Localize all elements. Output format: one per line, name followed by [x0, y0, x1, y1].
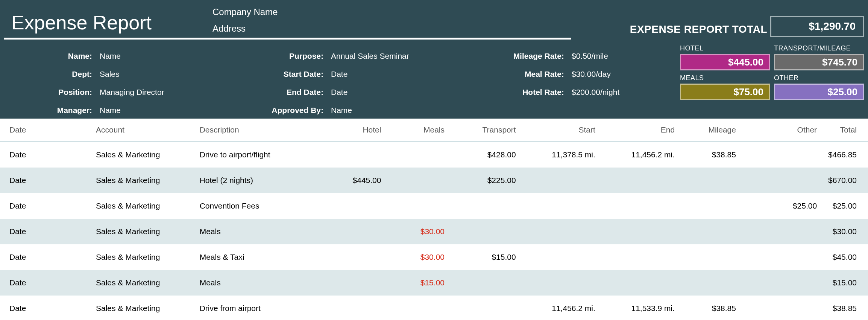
mileagerate-value: $0.50/mile: [572, 52, 684, 61]
col-account: Account: [90, 119, 194, 142]
cell-acct: Sales & Marketing: [90, 193, 194, 219]
summary-transport-value: $745.70: [774, 54, 864, 70]
cell-end: [601, 270, 680, 296]
cell-end: 11,456.2 mi.: [601, 142, 680, 168]
summary-meals: MEALS $75.00: [680, 74, 770, 100]
cell-desc: Meals: [194, 270, 320, 296]
cell-trans: [450, 270, 522, 296]
header-divider: [4, 38, 571, 40]
cell-meals: $30.00: [387, 244, 450, 270]
cell-end: [601, 219, 680, 244]
mealrate-value: $30.00/day: [572, 70, 684, 79]
summary-hotel-value: $445.00: [680, 54, 770, 70]
cell-mil: [680, 270, 742, 296]
col-end: End: [601, 119, 680, 142]
col-other: Other: [742, 119, 822, 142]
cell-hotel: [320, 270, 387, 296]
col-description: Description: [194, 119, 320, 142]
col-hotel: Hotel: [320, 119, 387, 142]
table-row: DateSales & MarketingMeals$30.00$30.00: [0, 219, 868, 244]
meta-center: Purpose:Annual Sales Seminar Start Date:…: [211, 47, 444, 119]
cell-date: Date: [0, 296, 90, 320]
approved-value: Name: [331, 106, 444, 115]
cell-end: 11,533.9 mi.: [601, 296, 680, 320]
cell-start: [522, 219, 601, 244]
cell-start: 11,378.5 mi.: [522, 142, 601, 168]
table-header-row: Date Account Description Hotel Meals Tra…: [0, 119, 868, 142]
name-label: Name:: [0, 52, 100, 61]
col-meals: Meals: [387, 119, 450, 142]
meta-rates: Mileage Rate:$0.50/mile Meal Rate:$30.00…: [414, 47, 684, 101]
grand-total-label: EXPENSE REPORT TOTAL: [630, 23, 767, 35]
cell-other: [742, 219, 822, 244]
cell-meals: [387, 296, 450, 320]
cell-tot: $466.85: [822, 142, 868, 168]
table-row: DateSales & MarketingDrive from airport1…: [0, 296, 868, 320]
table-row: DateSales & MarketingHotel (2 nights)$44…: [0, 168, 868, 193]
summary-other-value: $25.00: [774, 84, 864, 100]
summary-meals-label: MEALS: [680, 74, 770, 82]
cell-hotel: [320, 193, 387, 219]
report-header: Expense Report Company Name Address Name…: [0, 0, 868, 119]
cell-tot: $15.00: [822, 270, 868, 296]
purpose-label: Purpose:: [211, 52, 331, 61]
cell-other: [742, 168, 822, 193]
company-address: Address: [212, 23, 246, 34]
cell-desc: Meals & Taxi: [194, 244, 320, 270]
cell-meals: $30.00: [387, 219, 450, 244]
grand-total-value: $1,290.70: [770, 16, 864, 37]
cell-other: [742, 296, 822, 320]
cell-date: Date: [0, 270, 90, 296]
summary-transport: TRANSPORT/MILEAGE $745.70: [774, 44, 864, 70]
position-value: Managing Director: [100, 88, 212, 97]
table-row: DateSales & MarketingDrive to airport/fl…: [0, 142, 868, 168]
cell-tot: $25.00: [822, 193, 868, 219]
cell-acct: Sales & Marketing: [90, 142, 194, 168]
cell-other: $25.00: [742, 193, 822, 219]
cell-acct: Sales & Marketing: [90, 244, 194, 270]
cell-mil: $38.85: [680, 142, 742, 168]
cell-start: [522, 270, 601, 296]
cell-trans: [450, 193, 522, 219]
cell-end: [601, 168, 680, 193]
table-row: DateSales & MarketingMeals$15.00$15.00: [0, 270, 868, 296]
cell-tot: $45.00: [822, 244, 868, 270]
manager-value: Name: [100, 106, 212, 115]
cell-trans: $428.00: [450, 142, 522, 168]
report-title: Expense Report: [11, 11, 152, 34]
cell-trans: [450, 219, 522, 244]
hotelrate-label: Hotel Rate:: [414, 88, 572, 97]
cell-meals: $15.00: [387, 270, 450, 296]
cell-desc: Drive to airport/flight: [194, 142, 320, 168]
mileagerate-label: Mileage Rate:: [414, 52, 572, 61]
summary-transport-label: TRANSPORT/MILEAGE: [774, 44, 864, 52]
cell-trans: $15.00: [450, 244, 522, 270]
cell-desc: Drive from airport: [194, 296, 320, 320]
expense-table: Date Account Description Hotel Meals Tra…: [0, 119, 868, 320]
cell-acct: Sales & Marketing: [90, 168, 194, 193]
enddate-label: End Date:: [211, 88, 331, 97]
cell-start: [522, 168, 601, 193]
manager-label: Manager:: [0, 106, 100, 115]
hotelrate-value: $200.00/night: [572, 88, 684, 97]
cell-date: Date: [0, 142, 90, 168]
summary-boxes: HOTEL $445.00 TRANSPORT/MILEAGE $745.70 …: [680, 44, 864, 100]
cell-tot: $670.00: [822, 168, 868, 193]
cell-mil: [680, 193, 742, 219]
startdate-label: Start Date:: [211, 70, 331, 79]
summary-other: OTHER $25.00: [774, 74, 864, 100]
cell-other: [742, 270, 822, 296]
summary-other-label: OTHER: [774, 74, 864, 82]
cell-meals: [387, 193, 450, 219]
name-value: Name: [100, 52, 212, 61]
col-date: Date: [0, 119, 90, 142]
cell-other: [742, 142, 822, 168]
cell-hotel: [320, 219, 387, 244]
cell-acct: Sales & Marketing: [90, 219, 194, 244]
company-name: Company Name: [212, 7, 278, 17]
col-start: Start: [522, 119, 601, 142]
cell-date: Date: [0, 168, 90, 193]
cell-tot: $38.85: [822, 296, 868, 320]
cell-acct: Sales & Marketing: [90, 270, 194, 296]
cell-meals: [387, 168, 450, 193]
